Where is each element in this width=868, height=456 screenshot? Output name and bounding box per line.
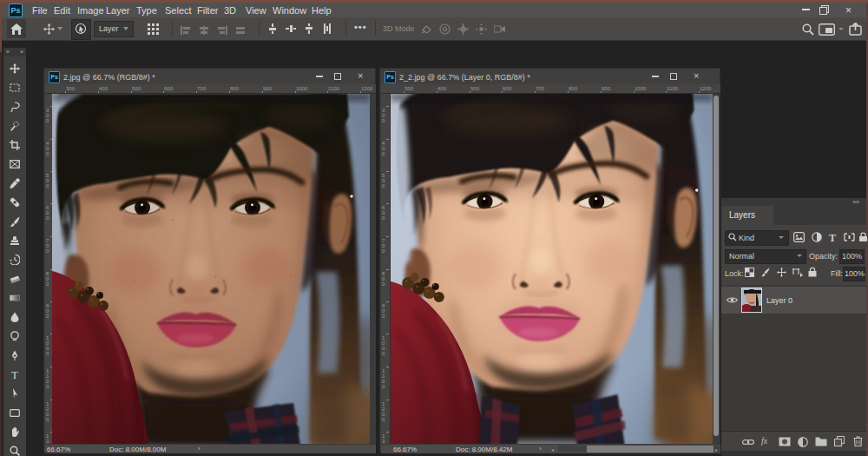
svg-text:T: T <box>11 369 18 380</box>
